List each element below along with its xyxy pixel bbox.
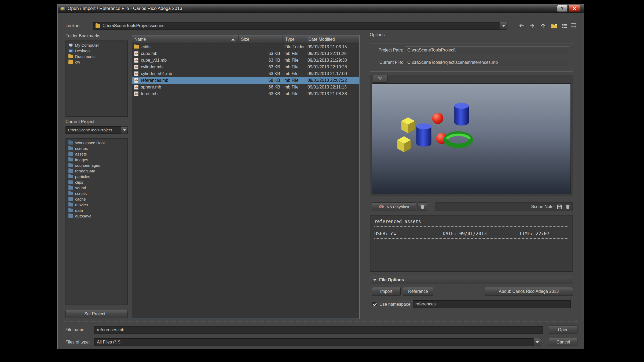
note-meta: USER: cw DATE: 09/01/2013 TIME: 22:07: [374, 231, 568, 239]
file-size: 63 KB: [239, 65, 283, 69]
path-combobox[interactable]: C:\craSceneToolsProject\scenes: [93, 22, 507, 30]
file-date: 09/01/2013 22:11:13: [306, 85, 359, 90]
folder-item-workspace-root[interactable]: Workspace Root: [66, 140, 127, 146]
folder-bookmarks-panel: My Computer Desktop Documents cw: [65, 40, 128, 117]
options-header: Options...: [370, 32, 388, 37]
table-row-cylinder-v01[interactable]: mbcylinder_v01.mb 63 KB mb File 09/01/20…: [132, 70, 359, 77]
bookmark-desktop[interactable]: Desktop: [66, 48, 127, 54]
folder-item-particles[interactable]: particles: [66, 174, 127, 179]
file-date: 09/01/2013 21:29:30: [306, 58, 359, 63]
mb-file-icon: mb: [134, 51, 138, 56]
details-view-button[interactable]: [569, 22, 578, 30]
forward-button[interactable]: [527, 22, 536, 30]
preview-group: T0: [370, 75, 573, 196]
folder-icon: [96, 24, 100, 28]
files-of-type-combobox[interactable]: All Files (*.*): [94, 338, 541, 346]
mb-file-icon: mb: [134, 78, 138, 83]
sort-ascending-icon: [231, 38, 235, 40]
mb-file-icon: mb: [134, 91, 138, 96]
reference-button[interactable]: Reference: [403, 287, 433, 296]
mb-file-icon: mb: [134, 58, 138, 63]
look-in-label: Look in:: [65, 22, 80, 30]
folder-icon: [68, 147, 73, 150]
save-note-icon[interactable]: [557, 204, 562, 209]
folder-item-images[interactable]: images: [66, 157, 127, 162]
bookmark-cw[interactable]: cw: [66, 59, 127, 65]
folder-item-cache[interactable]: cache: [66, 196, 127, 202]
folder-item-movies[interactable]: movies: [66, 202, 127, 208]
project-folder-tree: Workspace Root scenes assets images sour…: [65, 138, 128, 305]
path-dropdown-button[interactable]: [500, 22, 507, 29]
folder-item-sourceimages[interactable]: sourceimages: [66, 162, 127, 168]
folder-label: scripts: [75, 191, 87, 196]
namespace-input[interactable]: [413, 300, 571, 308]
mb-file-icon: mb: [134, 85, 138, 90]
close-button[interactable]: [568, 5, 580, 12]
table-row-edits[interactable]: edits File Folder 09/01/2013 21:03:15: [132, 43, 359, 50]
column-header-type[interactable]: Type: [283, 35, 306, 43]
file-size: 63 KB: [239, 71, 283, 76]
column-header-name[interactable]: Name: [132, 35, 239, 43]
column-label: Type: [285, 37, 295, 42]
folder-item-autosave[interactable]: autosave: [66, 213, 127, 219]
column-header-date-modified[interactable]: Date Modified: [306, 35, 359, 43]
delete-note-icon[interactable]: [565, 204, 570, 209]
folder-item-renderdata[interactable]: renderData: [66, 168, 127, 174]
about-button[interactable]: About: Carlos Rico Adega 2013: [485, 287, 573, 296]
scene-note-text[interactable]: referenced assets USER: cw DATE: 09/01/2…: [370, 215, 573, 272]
current-file-field[interactable]: C:\craSceneToolsProject\scenes\reference…: [405, 59, 569, 66]
folder-icon: [68, 186, 73, 190]
table-row-references-selected[interactable]: mbreferences.mb 68 KB mb File 09/01/2013…: [132, 77, 359, 84]
up-one-level-button[interactable]: [539, 22, 548, 30]
file-options-header[interactable]: File Options: [370, 276, 573, 284]
preview-tab[interactable]: T0: [373, 75, 387, 83]
column-label: Size: [241, 37, 249, 42]
help-button[interactable]: ?: [557, 5, 567, 12]
bookmark-documents[interactable]: Documents: [66, 54, 127, 59]
current-project-label: Current Project:: [65, 119, 96, 124]
file-date: 09/01/2013 22:11:28: [306, 51, 359, 56]
folder-label: images: [75, 157, 88, 162]
note-user: USER: cw: [374, 231, 443, 236]
table-row-torus[interactable]: mbtorus.mb 63 KB mb File 09/01/2013 21:0…: [132, 90, 359, 97]
cancel-button[interactable]: Cancel: [549, 338, 577, 346]
folder-icon: [134, 45, 139, 49]
current-project-combobox[interactable]: C:/craSceneToolsProject: [65, 126, 128, 134]
column-header-size[interactable]: Size: [239, 35, 283, 43]
table-row-cube[interactable]: mbcube.mb 63 KB mb File 09/01/2013 22:11…: [132, 50, 359, 57]
set-project-button[interactable]: Set Project...: [65, 310, 128, 318]
project-path-field[interactable]: C:\craSceneToolsProject\: [405, 46, 569, 54]
open-button[interactable]: Open: [549, 326, 577, 334]
table-row-cube-v01[interactable]: mbcube_v01.mb 63 KB mb File 09/01/2013 2…: [132, 57, 359, 64]
folder-icon: [68, 203, 73, 206]
file-name-input[interactable]: [94, 326, 543, 334]
import-button[interactable]: Import: [372, 287, 401, 296]
folder-item-data[interactable]: data: [66, 208, 127, 213]
no-playblast-button[interactable]: No Playblast: [372, 202, 416, 211]
table-row-cylinder[interactable]: mbcylinder.mb 63 KB mb File 09/01/2013 2…: [132, 64, 359, 70]
scene-note-toolbar: Scene Note: [436, 202, 573, 211]
file-name: sphere.mb: [141, 85, 161, 90]
list-view-button[interactable]: [560, 22, 569, 30]
delete-playblast-button[interactable]: [418, 202, 427, 211]
folder-item-scenes[interactable]: scenes: [66, 146, 127, 151]
folder-label: cache: [75, 197, 86, 201]
file-name: edits: [141, 45, 151, 49]
files-of-type-dropdown-button[interactable]: [533, 338, 541, 346]
bookmark-label: Documents: [75, 54, 96, 59]
title-bar[interactable]: Open / Import / Reference File - Carlos …: [58, 4, 584, 13]
create-new-folder-button[interactable]: [549, 22, 559, 30]
bookmark-my-computer[interactable]: My Computer: [66, 42, 127, 48]
current-project-dropdown-button[interactable]: [121, 127, 127, 134]
files-of-type-value: All Files (*.*): [97, 340, 120, 344]
details-view-icon: [570, 23, 576, 28]
folder-item-clips[interactable]: clips: [66, 179, 127, 185]
folder-item-sound[interactable]: sound: [66, 185, 127, 191]
file-type: File Folder: [283, 45, 306, 49]
folder-item-assets[interactable]: assets: [66, 151, 127, 157]
use-namespace-checkbox[interactable]: [372, 302, 377, 307]
table-row-sphere[interactable]: mbsphere.mb 66 KB mb File 09/01/2013 22:…: [132, 84, 359, 90]
folder-item-scripts[interactable]: scripts: [66, 191, 127, 196]
folder-label: assets: [75, 152, 87, 156]
back-button[interactable]: [517, 22, 526, 30]
